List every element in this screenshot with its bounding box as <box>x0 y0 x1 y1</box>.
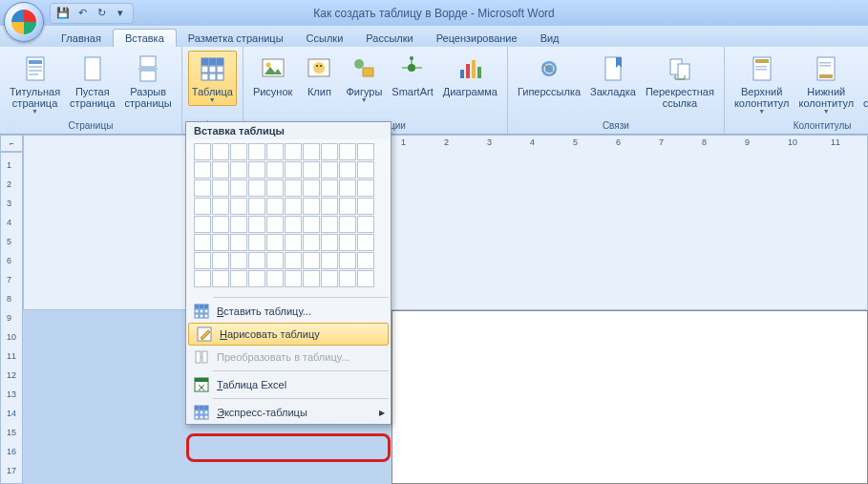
clip-button[interactable]: Клип <box>298 51 340 100</box>
grid-cell[interactable] <box>212 143 229 160</box>
grid-cell[interactable] <box>194 216 211 233</box>
grid-cell[interactable] <box>321 179 338 197</box>
grid-cell[interactable] <box>303 143 320 160</box>
grid-cell[interactable] <box>266 216 284 233</box>
grid-cell[interactable] <box>230 179 247 197</box>
hyperlink-button[interactable]: Гиперссылка <box>514 51 584 100</box>
grid-cell[interactable] <box>248 270 265 287</box>
blank-page-button[interactable]: Пустая страница <box>66 51 118 112</box>
grid-cell[interactable] <box>339 252 356 269</box>
grid-cell[interactable] <box>321 143 338 160</box>
grid-cell[interactable] <box>321 234 338 251</box>
grid-cell[interactable] <box>321 270 338 287</box>
grid-cell[interactable] <box>303 234 320 251</box>
menu-item-quick-tables[interactable]: Экспресс-таблицы▶ <box>186 401 391 424</box>
grid-cell[interactable] <box>357 161 374 179</box>
grid-cell[interactable] <box>357 179 374 197</box>
grid-cell[interactable] <box>194 143 211 160</box>
grid-cell[interactable] <box>230 198 247 215</box>
tab-главная[interactable]: Главная <box>50 30 113 47</box>
grid-cell[interactable] <box>285 143 302 160</box>
page-number-button[interactable]: #Номер страницы▼ <box>859 51 868 117</box>
grid-cell[interactable] <box>194 252 211 269</box>
title-page-button[interactable]: Титульная страница▼ <box>6 51 64 117</box>
grid-cell[interactable] <box>303 252 320 269</box>
undo-icon[interactable]: ↶ <box>75 7 89 20</box>
grid-cell[interactable] <box>266 270 284 287</box>
grid-cell[interactable] <box>285 216 302 233</box>
grid-cell[interactable] <box>357 234 374 251</box>
grid-cell[interactable] <box>303 216 320 233</box>
grid-cell[interactable] <box>248 198 265 215</box>
grid-cell[interactable] <box>230 252 247 269</box>
table-size-grid[interactable] <box>186 139 391 295</box>
grid-cell[interactable] <box>194 161 211 179</box>
grid-cell[interactable] <box>194 270 211 287</box>
grid-cell[interactable] <box>212 179 229 197</box>
grid-cell[interactable] <box>230 234 247 251</box>
menu-item-draw-table[interactable]: Нарисовать таблицу <box>188 323 389 346</box>
grid-cell[interactable] <box>194 198 211 215</box>
tab-вид[interactable]: Вид <box>529 30 571 47</box>
grid-cell[interactable] <box>339 270 356 287</box>
vertical-ruler[interactable]: 1234567891011121314151617 <box>0 152 23 484</box>
grid-cell[interactable] <box>285 252 302 269</box>
grid-cell[interactable] <box>230 143 247 160</box>
grid-cell[interactable] <box>212 234 229 251</box>
grid-cell[interactable] <box>285 198 302 215</box>
grid-cell[interactable] <box>339 179 356 197</box>
grid-cell[interactable] <box>248 143 265 160</box>
grid-cell[interactable] <box>285 270 302 287</box>
grid-cell[interactable] <box>266 252 284 269</box>
grid-cell[interactable] <box>266 143 284 160</box>
grid-cell[interactable] <box>303 198 320 215</box>
grid-cell[interactable] <box>285 161 302 179</box>
office-button[interactable] <box>4 2 44 42</box>
grid-cell[interactable] <box>212 161 229 179</box>
grid-cell[interactable] <box>248 234 265 251</box>
redo-icon[interactable]: ↻ <box>95 7 108 20</box>
grid-cell[interactable] <box>230 216 247 233</box>
grid-cell[interactable] <box>230 270 247 287</box>
grid-cell[interactable] <box>339 216 356 233</box>
grid-cell[interactable] <box>303 161 320 179</box>
bookmark-button[interactable]: Закладка <box>586 51 640 100</box>
grid-cell[interactable] <box>357 270 374 287</box>
shapes-button[interactable]: Фигуры▼ <box>342 51 386 106</box>
picture-button[interactable]: Рисунок <box>249 51 297 100</box>
grid-cell[interactable] <box>285 179 302 197</box>
chart-button[interactable]: Диаграмма <box>439 51 501 100</box>
grid-cell[interactable] <box>357 143 374 160</box>
grid-cell[interactable] <box>321 161 338 179</box>
grid-cell[interactable] <box>285 234 302 251</box>
smartart-button[interactable]: SmartArt <box>388 51 436 100</box>
grid-cell[interactable] <box>212 270 229 287</box>
grid-cell[interactable] <box>248 161 265 179</box>
grid-cell[interactable] <box>266 198 284 215</box>
grid-cell[interactable] <box>266 161 284 179</box>
grid-cell[interactable] <box>357 252 374 269</box>
tab-вставка[interactable]: Вставка <box>113 29 177 47</box>
save-icon[interactable]: 💾 <box>56 7 70 20</box>
grid-cell[interactable] <box>248 252 265 269</box>
ruler-corner[interactable]: ⌐ <box>0 135 23 152</box>
grid-cell[interactable] <box>339 198 356 215</box>
grid-cell[interactable] <box>194 234 211 251</box>
grid-cell[interactable] <box>339 234 356 251</box>
grid-cell[interactable] <box>266 179 284 197</box>
menu-item-insert-table[interactable]: Вставить таблицу... <box>186 300 391 323</box>
grid-cell[interactable] <box>248 179 265 197</box>
grid-cell[interactable] <box>248 216 265 233</box>
grid-cell[interactable] <box>194 179 211 197</box>
tab-рецензирование[interactable]: Рецензирование <box>425 30 529 47</box>
grid-cell[interactable] <box>339 161 356 179</box>
tab-ссылки[interactable]: Ссылки <box>295 30 355 47</box>
grid-cell[interactable] <box>357 216 374 233</box>
horizontal-ruler[interactable]: 1234567891011 <box>23 135 868 310</box>
grid-cell[interactable] <box>321 198 338 215</box>
page-break-button[interactable]: Разрыв страницы <box>121 51 176 112</box>
crossref-button[interactable]: Перекрестная ссылка <box>642 51 718 112</box>
qat-menu-icon[interactable]: ▾ <box>114 7 127 20</box>
footer-button[interactable]: Нижний колонтитул▼ <box>794 51 857 117</box>
table-button[interactable]: Таблица▼ <box>188 51 237 106</box>
